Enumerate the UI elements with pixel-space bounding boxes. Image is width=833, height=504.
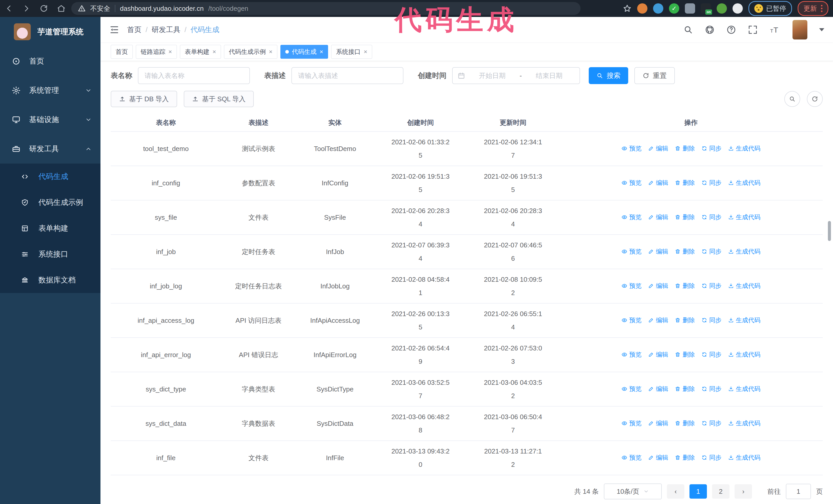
toggle-search-icon[interactable] bbox=[784, 91, 800, 107]
preview-link[interactable]: 预览 bbox=[622, 246, 642, 257]
edit-link[interactable]: 编辑 bbox=[648, 177, 668, 188]
next-page-button[interactable]: › bbox=[735, 484, 752, 499]
tag-codegen-example[interactable]: 代码生成示例× bbox=[224, 45, 277, 59]
sidebar-item-db-doc[interactable]: 数据库文档 bbox=[0, 267, 100, 293]
sync-link[interactable]: 同步 bbox=[701, 452, 721, 463]
search-button[interactable]: 搜索 bbox=[589, 67, 628, 84]
generate-code-link[interactable]: 生成代码 bbox=[728, 417, 760, 429]
sidebar-item-system[interactable]: 系统管理 bbox=[0, 76, 100, 105]
delete-link[interactable]: 删除 bbox=[675, 417, 695, 429]
tag-system-api[interactable]: 系统接口× bbox=[331, 45, 372, 59]
close-icon[interactable]: × bbox=[364, 49, 367, 55]
tag-trace[interactable]: 链路追踪× bbox=[136, 45, 177, 59]
sync-link[interactable]: 同步 bbox=[701, 143, 721, 154]
generate-code-link[interactable]: 生成代码 bbox=[728, 383, 760, 394]
generate-code-link[interactable]: 生成代码 bbox=[728, 143, 760, 154]
extension-icon-6[interactable] bbox=[717, 3, 727, 14]
generate-code-link[interactable]: 生成代码 bbox=[728, 212, 760, 223]
import-sql-button[interactable]: 基于 SQL 导入 bbox=[184, 91, 254, 107]
sidebar-item-form-builder[interactable]: 表单构建 bbox=[0, 215, 100, 241]
sync-link[interactable]: 同步 bbox=[701, 246, 721, 257]
edit-link[interactable]: 编辑 bbox=[648, 383, 668, 394]
tag-codegen[interactable]: 代码生成× bbox=[280, 45, 328, 59]
prev-page-button[interactable]: ‹ bbox=[667, 484, 684, 499]
back-icon[interactable] bbox=[5, 4, 13, 13]
preview-link[interactable]: 预览 bbox=[622, 177, 642, 188]
refresh-table-icon[interactable] bbox=[807, 91, 823, 107]
extension-icon-5[interactable] bbox=[701, 3, 711, 14]
preview-link[interactable]: 预览 bbox=[622, 383, 642, 394]
collapse-sidebar-icon[interactable] bbox=[109, 25, 119, 35]
sync-link[interactable]: 同步 bbox=[701, 212, 721, 223]
avatar-caret-down-icon[interactable] bbox=[819, 28, 824, 31]
sidebar-item-home[interactable]: 首页 bbox=[0, 47, 100, 76]
goto-page-input[interactable] bbox=[786, 484, 811, 499]
edit-link[interactable]: 编辑 bbox=[648, 212, 668, 223]
extension-icon-2[interactable] bbox=[653, 3, 663, 14]
puzzle-extension-icon[interactable] bbox=[733, 3, 743, 14]
sync-link[interactable]: 同步 bbox=[701, 280, 721, 291]
page-button-2[interactable]: 2 bbox=[712, 484, 730, 499]
page-button-1[interactable]: 1 bbox=[689, 484, 707, 499]
preview-link[interactable]: 预览 bbox=[622, 417, 642, 429]
sync-link[interactable]: 同步 bbox=[701, 417, 721, 429]
sidebar-item-codegen-example[interactable]: 代码生成示例 bbox=[0, 189, 100, 215]
edit-link[interactable]: 编辑 bbox=[648, 280, 668, 291]
delete-link[interactable]: 删除 bbox=[675, 452, 695, 463]
delete-link[interactable]: 删除 bbox=[675, 280, 695, 291]
extension-icon-1[interactable] bbox=[637, 3, 647, 14]
sidebar-item-system-api[interactable]: 系统接口 bbox=[0, 241, 100, 267]
generate-code-link[interactable]: 生成代码 bbox=[728, 177, 760, 188]
preview-link[interactable]: 预览 bbox=[622, 280, 642, 291]
breadcrumb-home[interactable]: 首页 bbox=[127, 25, 142, 34]
address-bar[interactable]: 不安全 dashboard.yudao.iocoder.cn /tool/cod… bbox=[71, 2, 580, 15]
font-size-icon[interactable]: TT bbox=[769, 25, 781, 34]
edit-link[interactable]: 编辑 bbox=[648, 246, 668, 257]
bookmark-star-icon[interactable] bbox=[623, 4, 632, 13]
close-icon[interactable]: × bbox=[213, 49, 216, 55]
search-icon[interactable] bbox=[683, 25, 693, 34]
sync-link[interactable]: 同步 bbox=[701, 177, 721, 188]
preview-link[interactable]: 预览 bbox=[622, 143, 642, 154]
close-icon[interactable]: × bbox=[319, 49, 323, 55]
forward-icon[interactable] bbox=[22, 4, 31, 13]
extension-icon-3[interactable] bbox=[669, 3, 679, 14]
preview-link[interactable]: 预览 bbox=[622, 212, 642, 223]
edit-link[interactable]: 编辑 bbox=[648, 349, 668, 360]
sync-link[interactable]: 同步 bbox=[701, 349, 721, 360]
edit-link[interactable]: 编辑 bbox=[648, 417, 668, 429]
close-icon[interactable]: × bbox=[269, 49, 272, 55]
home-nav-icon[interactable] bbox=[57, 4, 66, 13]
sidebar-item-codegen[interactable]: 代码生成 bbox=[0, 164, 100, 189]
sync-link[interactable]: 同步 bbox=[701, 315, 721, 326]
close-icon[interactable]: × bbox=[168, 49, 172, 55]
tag-form-builder[interactable]: 表单构建× bbox=[180, 45, 221, 59]
generate-code-link[interactable]: 生成代码 bbox=[728, 349, 760, 360]
reload-icon[interactable] bbox=[40, 4, 48, 13]
sidebar-item-devtools[interactable]: 研发工具 bbox=[0, 134, 100, 164]
help-icon[interactable] bbox=[727, 25, 736, 34]
preview-link[interactable]: 预览 bbox=[622, 315, 642, 326]
delete-link[interactable]: 删除 bbox=[675, 315, 695, 326]
browser-menu-icon[interactable] bbox=[821, 5, 823, 12]
generate-code-link[interactable]: 生成代码 bbox=[728, 452, 760, 463]
delete-link[interactable]: 删除 bbox=[675, 177, 695, 188]
fullscreen-icon[interactable] bbox=[748, 25, 758, 34]
extension-icon-4[interactable] bbox=[685, 3, 695, 14]
page-size-select[interactable]: 10条/页 bbox=[604, 483, 662, 499]
reset-button[interactable]: 重置 bbox=[634, 67, 675, 84]
start-date-placeholder[interactable]: 开始日期 bbox=[467, 71, 518, 80]
delete-link[interactable]: 删除 bbox=[675, 212, 695, 223]
sync-link[interactable]: 同步 bbox=[701, 383, 721, 394]
edit-link[interactable]: 编辑 bbox=[648, 452, 668, 463]
preview-link[interactable]: 预览 bbox=[622, 349, 642, 360]
import-db-button[interactable]: 基于 DB 导入 bbox=[111, 91, 177, 107]
paused-badge[interactable]: 已暂停 bbox=[748, 1, 792, 16]
edit-link[interactable]: 编辑 bbox=[648, 143, 668, 154]
preview-link[interactable]: 预览 bbox=[622, 452, 642, 463]
table-desc-input[interactable] bbox=[291, 67, 403, 84]
table-name-input[interactable] bbox=[138, 67, 250, 84]
tag-home[interactable]: 首页 bbox=[111, 45, 133, 59]
user-avatar[interactable] bbox=[792, 20, 807, 40]
generate-code-link[interactable]: 生成代码 bbox=[728, 246, 760, 257]
